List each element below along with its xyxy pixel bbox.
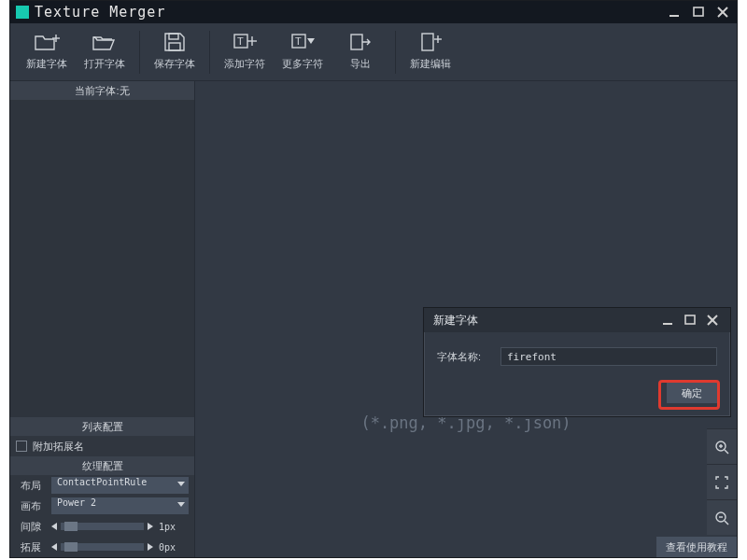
- toolbar-label: 新建编辑: [410, 57, 451, 71]
- slider-thumb[interactable]: [64, 542, 78, 552]
- toolbar-export[interactable]: 导出: [331, 29, 389, 71]
- texture-config-title: 纹理配置: [10, 456, 194, 475]
- toolbar-separator: [139, 31, 140, 74]
- font-preview-area: [10, 100, 194, 417]
- toolbar-more-char[interactable]: T 更多字符: [274, 29, 331, 71]
- append-ext-checkbox[interactable]: [16, 441, 27, 452]
- expand-value: 0px: [159, 542, 189, 553]
- toolbar-new-edit[interactable]: 新建编辑: [402, 29, 459, 71]
- toolbar-new-font[interactable]: 新建字体: [18, 29, 76, 71]
- font-name-label: 字体名称:: [437, 350, 491, 364]
- dialog-titlebar: 新建字体: [424, 308, 730, 332]
- app-icon: [16, 6, 29, 19]
- toolbar-add-char[interactable]: T 添加字符: [216, 29, 274, 71]
- arrow-left-icon[interactable]: [51, 523, 57, 530]
- canvas-area[interactable]: (*.png, *.jpg, *.json) 新建字体 字体名称:: [195, 81, 737, 557]
- close-button[interactable]: [714, 5, 731, 20]
- dialog-close-button[interactable]: [704, 313, 721, 328]
- font-name-input[interactable]: [500, 347, 717, 366]
- gap-slider[interactable]: [51, 523, 153, 530]
- app-window: Texture Merger 新建字体: [9, 0, 738, 558]
- chevron-down-icon: [177, 482, 185, 486]
- new-font-dialog: 新建字体 字体名称: 确定: [423, 307, 731, 417]
- arrow-left-icon[interactable]: [51, 543, 57, 551]
- slider-track[interactable]: [61, 543, 144, 551]
- zoom-out-button[interactable]: [707, 499, 737, 535]
- append-ext-label: 附加拓展名: [33, 440, 84, 454]
- toolbar-separator: [209, 31, 210, 74]
- toolbar-label: 导出: [350, 57, 371, 71]
- app-title: Texture Merger: [35, 4, 165, 21]
- canvas-label: 画布: [16, 499, 46, 513]
- toolbar-label: 保存字体: [154, 57, 195, 71]
- layout-select[interactable]: ContactPointRule: [51, 477, 189, 494]
- toolbar-open-font[interactable]: 打开字体: [76, 29, 134, 71]
- layout-value: ContactPointRule: [51, 477, 189, 494]
- folder-new-icon: [34, 31, 60, 53]
- sidebar: 当前字体:无 列表配置 附加拓展名 纹理配置 布局 ContactPointRu…: [10, 81, 195, 557]
- svg-rect-19: [685, 315, 695, 324]
- main-area: 当前字体:无 列表配置 附加拓展名 纹理配置 布局 ContactPointRu…: [10, 81, 737, 557]
- svg-line-27: [725, 521, 728, 525]
- append-ext-row[interactable]: 附加拓展名: [10, 436, 194, 456]
- toolbar-label: 添加字符: [224, 57, 265, 71]
- toolbar-label: 更多字符: [282, 57, 323, 71]
- slider-track[interactable]: [61, 523, 144, 530]
- layout-label: 布局: [16, 479, 46, 493]
- toolbar-label: 打开字体: [84, 57, 125, 71]
- svg-line-23: [725, 450, 728, 454]
- slider-thumb[interactable]: [64, 522, 78, 531]
- canvas-value: Power 2: [51, 497, 189, 514]
- arrow-right-icon[interactable]: [148, 543, 153, 551]
- right-tool-strip: [707, 428, 737, 535]
- svg-rect-6: [169, 34, 178, 39]
- svg-text:T: T: [237, 35, 244, 47]
- list-config-title: 列表配置: [10, 417, 194, 436]
- svg-rect-15: [422, 34, 433, 50]
- toolbar: 新建字体 打开字体 保存字体 T 添: [10, 23, 737, 81]
- maximize-button[interactable]: [690, 5, 707, 20]
- gap-label: 间隙: [16, 520, 46, 534]
- toolbar-label: 新建字体: [26, 57, 67, 71]
- title-bar: Texture Merger: [10, 1, 737, 23]
- svg-rect-1: [694, 7, 703, 16]
- expand-label: 拓展: [16, 540, 46, 554]
- new-doc-icon: [417, 31, 444, 53]
- arrow-right-icon[interactable]: [148, 523, 153, 530]
- svg-text:T: T: [295, 35, 302, 47]
- canvas-select[interactable]: Power 2: [51, 497, 189, 514]
- folder-open-icon: [92, 31, 118, 53]
- svg-rect-7: [169, 43, 180, 50]
- add-char-icon: T: [232, 31, 258, 53]
- expand-slider[interactable]: [51, 543, 153, 551]
- dialog-maximize-button[interactable]: [682, 313, 698, 328]
- export-icon: [347, 31, 374, 53]
- chevron-down-icon: [177, 502, 185, 507]
- save-icon: [162, 31, 188, 53]
- more-char-icon: T: [289, 31, 316, 53]
- toolbar-separator: [395, 31, 396, 74]
- svg-rect-14: [351, 35, 362, 49]
- ok-button[interactable]: 确定: [667, 383, 717, 403]
- toolbar-save-font[interactable]: 保存字体: [146, 29, 204, 71]
- dialog-title: 新建字体: [433, 313, 478, 329]
- gap-value: 1px: [159, 522, 189, 532]
- dialog-minimize-button[interactable]: [659, 313, 676, 328]
- zoom-in-button[interactable]: [707, 428, 737, 464]
- minimize-button[interactable]: [666, 5, 683, 20]
- current-font-header: 当前字体:无: [10, 81, 194, 100]
- tutorial-button[interactable]: 查看使用教程: [656, 537, 737, 557]
- fit-screen-button[interactable]: [707, 464, 737, 499]
